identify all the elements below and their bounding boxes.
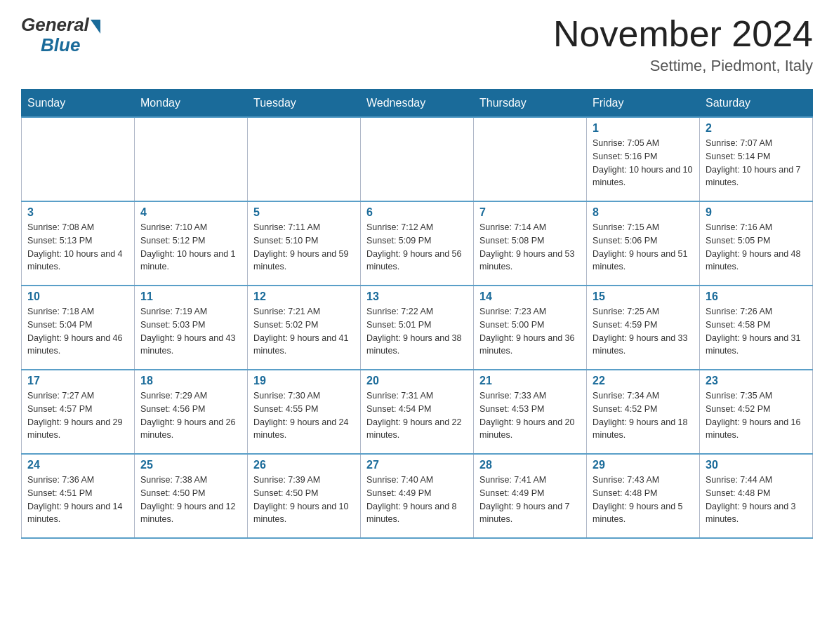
calendar-cell bbox=[22, 117, 135, 201]
day-info: Sunrise: 7:29 AM Sunset: 4:56 PM Dayligh… bbox=[140, 389, 241, 442]
calendar-day-header: Sunday bbox=[22, 90, 135, 118]
day-info: Sunrise: 7:21 AM Sunset: 5:02 PM Dayligh… bbox=[253, 305, 355, 358]
calendar-cell: 1Sunrise: 7:05 AM Sunset: 5:16 PM Daylig… bbox=[587, 117, 700, 201]
calendar-cell: 6Sunrise: 7:12 AM Sunset: 5:09 PM Daylig… bbox=[361, 201, 474, 286]
calendar-day-header: Tuesday bbox=[248, 90, 361, 118]
day-info: Sunrise: 7:26 AM Sunset: 4:58 PM Dayligh… bbox=[706, 305, 807, 358]
calendar-cell: 7Sunrise: 7:14 AM Sunset: 5:08 PM Daylig… bbox=[474, 201, 587, 286]
calendar-cell: 19Sunrise: 7:30 AM Sunset: 4:55 PM Dayli… bbox=[248, 370, 361, 454]
day-number: 30 bbox=[706, 459, 807, 471]
day-number: 19 bbox=[253, 375, 355, 387]
day-number: 28 bbox=[479, 459, 581, 471]
calendar-cell: 26Sunrise: 7:39 AM Sunset: 4:50 PM Dayli… bbox=[248, 454, 361, 538]
calendar-cell: 27Sunrise: 7:40 AM Sunset: 4:49 PM Dayli… bbox=[361, 454, 474, 538]
day-number: 29 bbox=[593, 459, 694, 471]
day-info: Sunrise: 7:33 AM Sunset: 4:53 PM Dayligh… bbox=[479, 389, 581, 442]
day-info: Sunrise: 7:44 AM Sunset: 4:48 PM Dayligh… bbox=[706, 474, 807, 526]
day-number: 20 bbox=[366, 375, 468, 387]
day-info: Sunrise: 7:25 AM Sunset: 4:59 PM Dayligh… bbox=[593, 305, 694, 358]
title-section: November 2024 Settime, Piedmont, Italy bbox=[553, 14, 813, 75]
day-number: 25 bbox=[140, 459, 241, 471]
calendar-day-header: Saturday bbox=[700, 90, 813, 118]
day-number: 21 bbox=[479, 375, 581, 387]
day-info: Sunrise: 7:35 AM Sunset: 4:52 PM Dayligh… bbox=[706, 389, 807, 442]
calendar-week-row: 3Sunrise: 7:08 AM Sunset: 5:13 PM Daylig… bbox=[22, 201, 813, 286]
calendar-week-row: 1Sunrise: 7:05 AM Sunset: 5:16 PM Daylig… bbox=[22, 117, 813, 201]
calendar-cell: 9Sunrise: 7:16 AM Sunset: 5:05 PM Daylig… bbox=[700, 201, 813, 286]
calendar-day-header: Wednesday bbox=[361, 90, 474, 118]
calendar-cell: 2Sunrise: 7:07 AM Sunset: 5:14 PM Daylig… bbox=[700, 117, 813, 201]
calendar-cell: 17Sunrise: 7:27 AM Sunset: 4:57 PM Dayli… bbox=[22, 370, 135, 454]
calendar-subtitle: Settime, Piedmont, Italy bbox=[553, 57, 813, 75]
calendar-cell bbox=[474, 117, 587, 201]
calendar-cell: 13Sunrise: 7:22 AM Sunset: 5:01 PM Dayli… bbox=[361, 286, 474, 370]
day-info: Sunrise: 7:43 AM Sunset: 4:48 PM Dayligh… bbox=[593, 474, 694, 526]
day-info: Sunrise: 7:10 AM Sunset: 5:12 PM Dayligh… bbox=[140, 221, 241, 274]
calendar-cell: 28Sunrise: 7:41 AM Sunset: 4:49 PM Dayli… bbox=[474, 454, 587, 538]
calendar-table: SundayMondayTuesdayWednesdayThursdayFrid… bbox=[21, 89, 813, 539]
day-number: 27 bbox=[366, 459, 468, 471]
calendar-cell: 8Sunrise: 7:15 AM Sunset: 5:06 PM Daylig… bbox=[587, 201, 700, 286]
day-number: 7 bbox=[479, 206, 581, 219]
calendar-cell: 21Sunrise: 7:33 AM Sunset: 4:53 PM Dayli… bbox=[474, 370, 587, 454]
day-info: Sunrise: 7:15 AM Sunset: 5:06 PM Dayligh… bbox=[593, 221, 694, 274]
calendar-day-header: Friday bbox=[587, 90, 700, 118]
calendar-cell: 25Sunrise: 7:38 AM Sunset: 4:50 PM Dayli… bbox=[135, 454, 248, 538]
calendar-cell: 29Sunrise: 7:43 AM Sunset: 4:48 PM Dayli… bbox=[587, 454, 700, 538]
calendar-cell: 5Sunrise: 7:11 AM Sunset: 5:10 PM Daylig… bbox=[248, 201, 361, 286]
day-number: 18 bbox=[140, 375, 241, 387]
calendar-cell: 10Sunrise: 7:18 AM Sunset: 5:04 PM Dayli… bbox=[22, 286, 135, 370]
day-number: 2 bbox=[706, 122, 807, 135]
logo-triangle-icon bbox=[91, 20, 100, 34]
calendar-cell: 23Sunrise: 7:35 AM Sunset: 4:52 PM Dayli… bbox=[700, 370, 813, 454]
calendar-cell: 18Sunrise: 7:29 AM Sunset: 4:56 PM Dayli… bbox=[135, 370, 248, 454]
day-info: Sunrise: 7:38 AM Sunset: 4:50 PM Dayligh… bbox=[140, 474, 241, 526]
page-header: General Blue November 2024 Settime, Pied… bbox=[21, 14, 813, 75]
calendar-cell: 15Sunrise: 7:25 AM Sunset: 4:59 PM Dayli… bbox=[587, 286, 700, 370]
day-number: 22 bbox=[593, 375, 694, 387]
calendar-title: November 2024 bbox=[553, 14, 813, 54]
calendar-day-header: Monday bbox=[135, 90, 248, 118]
calendar-cell: 4Sunrise: 7:10 AM Sunset: 5:12 PM Daylig… bbox=[135, 201, 248, 286]
day-info: Sunrise: 7:36 AM Sunset: 4:51 PM Dayligh… bbox=[27, 474, 128, 526]
day-info: Sunrise: 7:27 AM Sunset: 4:57 PM Dayligh… bbox=[27, 389, 128, 442]
day-number: 1 bbox=[593, 122, 694, 135]
calendar-day-header: Thursday bbox=[474, 90, 587, 118]
day-number: 23 bbox=[706, 375, 807, 387]
day-info: Sunrise: 7:39 AM Sunset: 4:50 PM Dayligh… bbox=[253, 474, 355, 526]
calendar-cell bbox=[135, 117, 248, 201]
day-info: Sunrise: 7:31 AM Sunset: 4:54 PM Dayligh… bbox=[366, 389, 468, 442]
calendar-cell: 16Sunrise: 7:26 AM Sunset: 4:58 PM Dayli… bbox=[700, 286, 813, 370]
calendar-cell bbox=[361, 117, 474, 201]
day-info: Sunrise: 7:11 AM Sunset: 5:10 PM Dayligh… bbox=[253, 221, 355, 274]
calendar-week-row: 24Sunrise: 7:36 AM Sunset: 4:51 PM Dayli… bbox=[22, 454, 813, 538]
calendar-cell: 22Sunrise: 7:34 AM Sunset: 4:52 PM Dayli… bbox=[587, 370, 700, 454]
day-info: Sunrise: 7:08 AM Sunset: 5:13 PM Dayligh… bbox=[27, 221, 128, 274]
day-info: Sunrise: 7:19 AM Sunset: 5:03 PM Dayligh… bbox=[140, 305, 241, 358]
day-number: 8 bbox=[593, 206, 694, 219]
day-number: 11 bbox=[140, 290, 241, 303]
day-number: 6 bbox=[366, 206, 468, 219]
day-info: Sunrise: 7:22 AM Sunset: 5:01 PM Dayligh… bbox=[366, 305, 468, 358]
day-info: Sunrise: 7:18 AM Sunset: 5:04 PM Dayligh… bbox=[27, 305, 128, 358]
calendar-week-row: 10Sunrise: 7:18 AM Sunset: 5:04 PM Dayli… bbox=[22, 286, 813, 370]
day-number: 3 bbox=[27, 206, 128, 219]
day-info: Sunrise: 7:23 AM Sunset: 5:00 PM Dayligh… bbox=[479, 305, 581, 358]
day-number: 26 bbox=[253, 459, 355, 471]
calendar-cell: 12Sunrise: 7:21 AM Sunset: 5:02 PM Dayli… bbox=[248, 286, 361, 370]
day-number: 5 bbox=[253, 206, 355, 219]
day-number: 12 bbox=[253, 290, 355, 303]
calendar-cell: 11Sunrise: 7:19 AM Sunset: 5:03 PM Dayli… bbox=[135, 286, 248, 370]
day-number: 13 bbox=[366, 290, 468, 303]
day-number: 9 bbox=[706, 206, 807, 219]
day-info: Sunrise: 7:41 AM Sunset: 4:49 PM Dayligh… bbox=[479, 474, 581, 526]
day-info: Sunrise: 7:30 AM Sunset: 4:55 PM Dayligh… bbox=[253, 389, 355, 442]
day-info: Sunrise: 7:16 AM Sunset: 5:05 PM Dayligh… bbox=[706, 221, 807, 274]
day-info: Sunrise: 7:40 AM Sunset: 4:49 PM Dayligh… bbox=[366, 474, 468, 526]
day-number: 17 bbox=[27, 375, 128, 387]
day-info: Sunrise: 7:12 AM Sunset: 5:09 PM Dayligh… bbox=[366, 221, 468, 274]
logo-general-text: General bbox=[21, 14, 89, 36]
day-info: Sunrise: 7:07 AM Sunset: 5:14 PM Dayligh… bbox=[706, 137, 807, 189]
day-number: 10 bbox=[27, 290, 128, 303]
logo: General Blue bbox=[21, 14, 100, 56]
